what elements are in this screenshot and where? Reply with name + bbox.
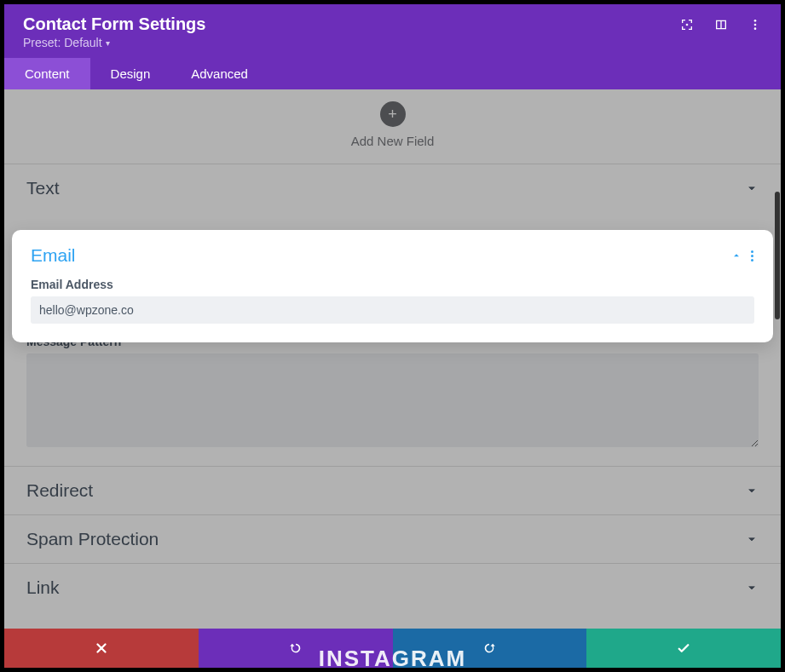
svg-point-3 xyxy=(754,27,757,30)
caret-down-icon: ▾ xyxy=(106,38,110,48)
tab-advanced[interactable]: Advanced xyxy=(170,58,268,89)
header-left: Contact Form Settings Preset: Default ▾ xyxy=(23,14,205,49)
close-icon xyxy=(94,640,109,656)
scrollbar[interactable] xyxy=(774,192,781,617)
scrollbar-thumb[interactable] xyxy=(775,192,780,319)
email-section-header[interactable]: Email xyxy=(31,245,754,266)
background-watermark: INSTAGRAM xyxy=(319,646,467,672)
tab-design[interactable]: Design xyxy=(90,58,171,89)
email-address-input[interactable] xyxy=(31,296,754,324)
modal-content: + Add New Field Text Message Pattern xyxy=(4,89,781,629)
preset-label: Preset: Default xyxy=(23,36,102,49)
chevron-up-icon[interactable] xyxy=(730,250,742,261)
tab-content[interactable]: Content xyxy=(4,58,90,89)
header-actions xyxy=(680,14,762,32)
section-email-expanded: Email Email Address xyxy=(12,230,773,342)
modal-title: Contact Form Settings xyxy=(23,14,205,34)
check-icon xyxy=(676,640,691,656)
more-icon[interactable] xyxy=(748,18,762,32)
email-section-title: Email xyxy=(31,245,76,266)
save-button[interactable] xyxy=(586,629,781,668)
svg-point-1 xyxy=(754,20,757,22)
undo-icon xyxy=(288,640,303,656)
cancel-button[interactable] xyxy=(4,629,199,668)
tab-bar: Content Design Advanced xyxy=(4,58,781,89)
email-section-actions xyxy=(730,250,754,261)
dim-overlay xyxy=(4,89,781,629)
modal-header: Contact Form Settings Preset: Default ▾ xyxy=(4,4,781,58)
more-icon[interactable] xyxy=(751,250,754,261)
panel-icon[interactable] xyxy=(714,18,728,32)
redo-icon xyxy=(482,640,497,656)
svg-point-0 xyxy=(686,24,689,26)
email-address-label: Email Address xyxy=(31,278,754,291)
svg-point-2 xyxy=(754,24,757,26)
focus-icon[interactable] xyxy=(680,18,694,32)
preset-dropdown[interactable]: Preset: Default ▾ xyxy=(23,36,205,49)
